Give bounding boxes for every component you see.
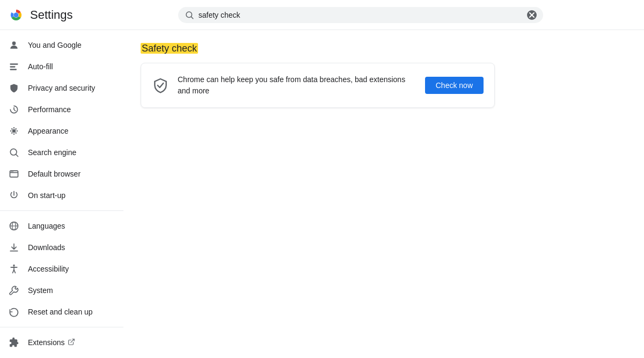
sidebar-item-extensions[interactable]: Extensions — [0, 332, 119, 353]
sidebar-item-languages[interactable]: Languages — [0, 215, 119, 237]
svg-point-25 — [12, 171, 13, 172]
shield-icon — [9, 83, 19, 93]
header: Settings safety check — [0, 0, 644, 30]
svg-point-7 — [12, 41, 16, 45]
safety-check-card: Chrome can help keep you safe from data … — [141, 63, 495, 108]
svg-point-24 — [11, 171, 12, 172]
section-title: Safety check — [141, 43, 627, 54]
svg-point-19 — [11, 133, 13, 134]
svg-point-13 — [13, 134, 15, 135]
svg-point-14 — [10, 130, 12, 132]
sidebar-item-about-chrome[interactable]: About Chrome — [0, 353, 119, 358]
puzzle-icon — [9, 337, 19, 348]
sidebar-item-default-browser[interactable]: Default browser — [0, 163, 119, 185]
sidebar-item-search-engine[interactable]: Search engine — [0, 142, 119, 163]
sidebar-label-reset-cleanup: Reset and clean up — [28, 308, 93, 316]
svg-point-30 — [13, 265, 14, 266]
sidebar-item-privacy-security[interactable]: Privacy and security — [0, 77, 119, 99]
sidebar-label-search-engine: Search engine — [28, 148, 76, 157]
svg-rect-9 — [10, 66, 16, 68]
external-link-icon — [68, 338, 76, 347]
sidebar-divider-2 — [0, 327, 123, 327]
svg-point-17 — [16, 133, 17, 134]
card-shield-icon — [152, 77, 169, 94]
sidebar-item-on-startup[interactable]: On start-up — [0, 185, 119, 206]
sidebar-label-system: System — [28, 286, 53, 295]
sidebar-divider-1 — [0, 210, 123, 211]
search-icon — [185, 10, 194, 20]
sidebar-label-downloads: Downloads — [28, 243, 65, 252]
chrome-logo-icon — [9, 8, 24, 23]
wrench-icon — [9, 285, 19, 296]
sidebar: You and Google Auto-fill Privacy and sec… — [0, 30, 123, 358]
accessibility-icon — [9, 264, 19, 274]
sidebar-label-accessibility: Accessibility — [28, 265, 69, 273]
sidebar-item-downloads[interactable]: Downloads — [0, 237, 119, 258]
sidebar-item-reset-cleanup[interactable]: Reset and clean up — [0, 301, 119, 323]
svg-point-16 — [11, 128, 13, 130]
svg-point-12 — [13, 127, 15, 129]
clear-search-icon[interactable] — [527, 10, 537, 20]
svg-point-15 — [17, 130, 18, 132]
autofill-icon — [9, 61, 19, 72]
svg-line-32 — [71, 339, 74, 342]
appearance-icon — [9, 126, 19, 136]
svg-rect-8 — [10, 63, 18, 65]
main-layout: You and Google Auto-fill Privacy and sec… — [0, 30, 644, 358]
reset-icon — [9, 306, 19, 317]
svg-point-2 — [14, 12, 19, 17]
sidebar-label-default-browser: Default browser — [28, 170, 80, 178]
sidebar-label-appearance: Appearance — [28, 127, 69, 135]
page-title: Settings — [30, 8, 73, 22]
globe-icon — [9, 221, 19, 231]
person-icon — [9, 40, 19, 50]
search-input[interactable]: safety check — [199, 11, 527, 19]
sidebar-item-appearance[interactable]: Appearance — [0, 120, 119, 142]
performance-icon — [9, 104, 19, 115]
sidebar-label-auto-fill: Auto-fill — [28, 62, 53, 71]
svg-line-4 — [191, 17, 193, 18]
sidebar-label-extensions: Extensions — [28, 338, 64, 347]
content-area: Safety check Chrome can help keep you sa… — [123, 30, 644, 358]
sidebar-label-languages: Languages — [28, 222, 65, 230]
power-icon — [9, 190, 19, 201]
svg-line-21 — [16, 155, 18, 157]
download-icon — [9, 242, 19, 253]
sidebar-item-you-and-google[interactable]: You and Google — [0, 34, 119, 56]
safety-card-text: Chrome can help keep you safe from data … — [178, 74, 416, 97]
svg-point-11 — [12, 129, 16, 133]
sidebar-item-performance[interactable]: Performance — [0, 99, 119, 120]
svg-point-18 — [16, 128, 17, 130]
highlight-text: Safety check — [141, 43, 198, 54]
search-bar: safety check — [178, 7, 543, 23]
search-engine-icon — [9, 147, 19, 158]
sidebar-item-system[interactable]: System — [0, 280, 119, 301]
sidebar-label-performance: Performance — [28, 105, 71, 114]
check-now-button[interactable]: Check now — [425, 77, 484, 94]
sidebar-label-privacy-security: Privacy and security — [28, 84, 95, 92]
sidebar-item-accessibility[interactable]: Accessibility — [0, 258, 119, 280]
browser-icon — [9, 169, 19, 179]
sidebar-label-you-and-google: You and Google — [28, 41, 82, 49]
sidebar-label-on-startup: On start-up — [28, 191, 65, 200]
sidebar-item-auto-fill[interactable]: Auto-fill — [0, 56, 119, 77]
svg-rect-10 — [10, 69, 17, 70]
